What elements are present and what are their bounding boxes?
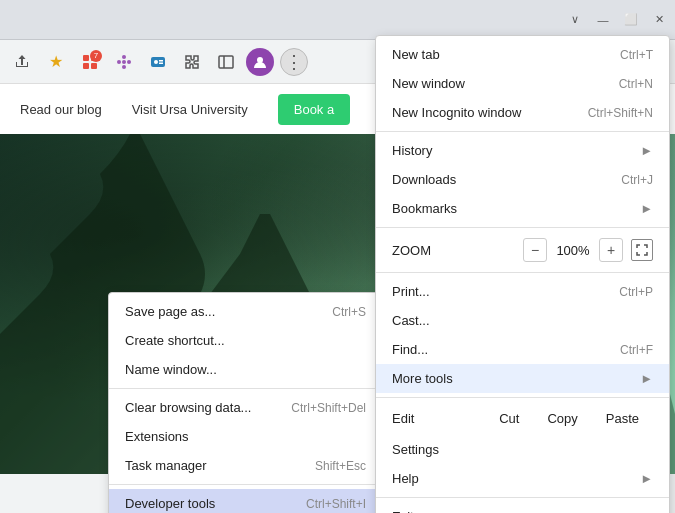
svg-rect-12 [159, 62, 163, 64]
menu-item-cast[interactable]: Cast... [376, 306, 669, 335]
svg-point-7 [117, 60, 121, 64]
edit-control-row: Edit Cut Copy Paste [376, 402, 669, 435]
menu-item-extensions[interactable]: Extensions [109, 422, 382, 451]
chrome-context-menu: New tab Ctrl+T New window Ctrl+N New Inc… [375, 35, 670, 513]
svg-point-4 [122, 60, 126, 64]
chevron-down-icon[interactable]: ∨ [567, 12, 583, 28]
svg-point-8 [127, 60, 131, 64]
maximize-button[interactable]: ⬜ [623, 12, 639, 28]
close-button[interactable]: ✕ [651, 12, 667, 28]
zoom-app-icon[interactable] [144, 48, 172, 76]
svg-rect-13 [219, 56, 233, 68]
menu-item-developer-tools[interactable]: Developer tools Ctrl+Shift+I [109, 489, 382, 513]
nav-university-link[interactable]: Visit Ursa University [132, 102, 248, 117]
window-controls: ∨ — ⬜ ✕ [567, 12, 667, 28]
extensions-flower-icon[interactable] [110, 48, 138, 76]
menu-item-exit[interactable]: Exit [376, 502, 669, 513]
menu-item-save-page[interactable]: Save page as... Ctrl+S [109, 297, 382, 326]
zoom-controls: − 100% + [523, 238, 653, 262]
menu-item-task-manager[interactable]: Task manager Shift+Esc [109, 451, 382, 480]
zoom-value: 100% [555, 243, 591, 258]
menu-item-history[interactable]: History ► [376, 136, 669, 165]
menu-item-incognito[interactable]: New Incognito window Ctrl+Shift+N [376, 98, 669, 127]
right-sep-zoom [376, 272, 669, 273]
puzzle-icon[interactable] [178, 48, 206, 76]
right-sep-1 [376, 131, 669, 132]
svg-rect-3 [91, 63, 97, 69]
svg-point-5 [122, 55, 126, 59]
edit-paste-button[interactable]: Paste [592, 406, 653, 431]
browser-titlebar: ∨ — ⬜ ✕ [0, 0, 675, 40]
menu-separator-1 [109, 388, 382, 389]
zoom-plus-button[interactable]: + [599, 238, 623, 262]
minimize-button[interactable]: — [595, 12, 611, 28]
menu-item-settings[interactable]: Settings [376, 435, 669, 464]
menu-item-bookmarks[interactable]: Bookmarks ► [376, 194, 669, 223]
bookmark-icon[interactable]: ★ [42, 48, 70, 76]
menu-item-new-tab[interactable]: New tab Ctrl+T [376, 40, 669, 69]
edit-cut-button[interactable]: Cut [485, 406, 533, 431]
right-sep-more [376, 397, 669, 398]
svg-rect-0 [83, 55, 89, 61]
apps-icon[interactable]: 7 [76, 48, 104, 76]
menu-item-more-tools[interactable]: More tools ► [376, 364, 669, 393]
share-icon[interactable] [8, 48, 36, 76]
menu-item-new-window[interactable]: New window Ctrl+N [376, 69, 669, 98]
right-sep-help [376, 497, 669, 498]
menu-separator-2 [109, 484, 382, 485]
chrome-menu-button[interactable]: ⋮ [280, 48, 308, 76]
menu-item-create-shortcut[interactable]: Create shortcut... [109, 326, 382, 355]
nav-cta-button[interactable]: Book a [278, 94, 350, 125]
svg-rect-11 [159, 60, 163, 62]
svg-point-10 [154, 60, 158, 64]
zoom-fullscreen-button[interactable] [631, 239, 653, 261]
menu-item-name-window[interactable]: Name window... [109, 355, 382, 384]
zoom-control-row: ZOOM − 100% + [376, 232, 669, 268]
menu-item-help[interactable]: Help ► [376, 464, 669, 493]
zoom-minus-button[interactable]: − [523, 238, 547, 262]
svg-rect-2 [83, 63, 89, 69]
menu-item-clear-browsing[interactable]: Clear browsing data... Ctrl+Shift+Del [109, 393, 382, 422]
right-sep-2 [376, 227, 669, 228]
context-menu-more-tools: Save page as... Ctrl+S Create shortcut..… [108, 292, 383, 513]
menu-item-find[interactable]: Find... Ctrl+F [376, 335, 669, 364]
nav-blog-link[interactable]: Read our blog [20, 102, 102, 117]
notification-badge: 7 [90, 50, 102, 62]
profile-avatar[interactable] [246, 48, 274, 76]
svg-point-6 [122, 65, 126, 69]
menu-item-print[interactable]: Print... Ctrl+P [376, 277, 669, 306]
menu-item-downloads[interactable]: Downloads Ctrl+J [376, 165, 669, 194]
edit-copy-button[interactable]: Copy [533, 406, 591, 431]
sidebar-icon[interactable] [212, 48, 240, 76]
